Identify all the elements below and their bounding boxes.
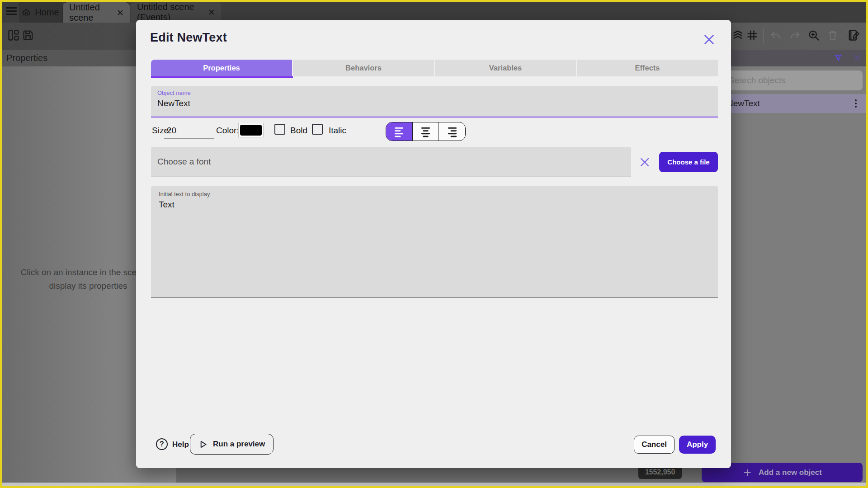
object-name-field[interactable]: Object name NewText: [151, 86, 718, 117]
object-name-label: Object name: [157, 89, 191, 96]
help-button[interactable]: Help: [172, 440, 189, 449]
color-swatch: [240, 125, 262, 136]
run-preview-button[interactable]: Run a preview: [190, 434, 274, 455]
object-list-item-newtext[interactable]: NewText: [722, 94, 868, 113]
toolbar-divider: [842, 28, 842, 44]
edit-object-dialog: Edit NewText Properties Behaviors Variab…: [136, 20, 731, 468]
apply-button[interactable]: Apply: [679, 436, 716, 454]
dialog-tab-bar: Properties Behaviors Variables Effects: [151, 60, 718, 76]
hamburger-icon: [6, 7, 17, 9]
help-icon[interactable]: ?: [156, 438, 168, 450]
align-right-icon: [446, 126, 458, 138]
grid-icon[interactable]: [746, 29, 759, 42]
gdevelop-window: Home Untitled scene Untitled scene (Even…: [0, 0, 868, 488]
toolbar-divider: [763, 28, 764, 44]
align-center-icon: [420, 126, 432, 138]
search-objects-placeholder: Search objects: [729, 75, 786, 85]
search-objects-input[interactable]: Search objects: [723, 70, 863, 90]
tab-home[interactable]: Home: [19, 2, 62, 23]
plus-icon: [742, 468, 752, 478]
color-swatch-button[interactable]: [238, 123, 264, 137]
dialog-close-icon[interactable]: [703, 33, 715, 46]
selected-tab-indicator: [151, 76, 293, 78]
close-icon[interactable]: [853, 53, 862, 62]
color-label: Color:: [216, 126, 239, 136]
filter-icon[interactable]: [834, 53, 843, 62]
add-new-object-label: Add a new object: [759, 468, 822, 477]
tab-behaviors[interactable]: Behaviors: [292, 60, 434, 76]
italic-label: Italic: [329, 126, 346, 136]
editor-tab-bar: Home Untitled scene Untitled scene (Even…: [0, 0, 868, 23]
dialog-title: Edit NewText: [150, 31, 227, 45]
tab-properties[interactable]: Properties: [151, 60, 292, 76]
font-field[interactable]: Choose a font: [151, 147, 631, 177]
object-item-label: NewText: [727, 99, 760, 108]
close-icon[interactable]: [117, 9, 123, 16]
size-input[interactable]: 20: [167, 126, 176, 136]
home-icon: [22, 8, 31, 17]
tab-variables[interactable]: Variables: [434, 60, 576, 76]
initial-text-label: Initial text to display: [159, 191, 210, 197]
play-icon: [198, 440, 208, 449]
tab-untitled-scene[interactable]: Untitled scene: [62, 2, 130, 23]
bottom-strip: [0, 483, 868, 488]
tab-effects[interactable]: Effects: [576, 60, 718, 76]
font-field-placeholder: Choose a font: [157, 157, 211, 167]
objects-panel: Search objects NewText: [722, 50, 868, 483]
initial-text-field[interactable]: Initial text to display Text: [151, 186, 718, 298]
cancel-button[interactable]: Cancel: [634, 436, 675, 454]
align-center-button[interactable]: [412, 122, 439, 141]
align-right-button[interactable]: [439, 122, 465, 141]
align-left-button[interactable]: [386, 122, 412, 141]
panels-layout-icon[interactable]: [7, 29, 20, 42]
main-menu-button[interactable]: [6, 7, 17, 15]
kebab-menu-icon[interactable]: [852, 98, 860, 109]
redo-icon[interactable]: [788, 29, 801, 42]
properties-panel-title: Properties: [6, 53, 47, 63]
clear-font-icon[interactable]: [639, 157, 650, 168]
initial-text-value: Text: [159, 200, 175, 210]
objects-panel-header: [722, 50, 868, 66]
italic-checkbox[interactable]: [312, 124, 323, 135]
object-name-value: NewText: [157, 99, 190, 108]
text-alignment-group: [386, 122, 466, 141]
layers-icon[interactable]: [731, 29, 744, 42]
undo-icon[interactable]: [769, 29, 782, 42]
trash-icon[interactable]: [826, 29, 839, 42]
close-icon[interactable]: [208, 9, 215, 15]
zoom-in-icon[interactable]: [807, 29, 820, 42]
tab-home-label: Home: [35, 7, 59, 18]
choose-file-button[interactable]: Choose a file: [659, 152, 718, 172]
size-input-underline: [164, 138, 214, 139]
bold-checkbox[interactable]: [274, 124, 285, 135]
bold-label: Bold: [290, 126, 307, 136]
align-left-icon: [393, 126, 405, 138]
edit-scene-properties-icon[interactable]: [847, 29, 860, 42]
save-icon[interactable]: [22, 29, 34, 42]
tab-scene-label: Untitled scene: [69, 2, 111, 23]
